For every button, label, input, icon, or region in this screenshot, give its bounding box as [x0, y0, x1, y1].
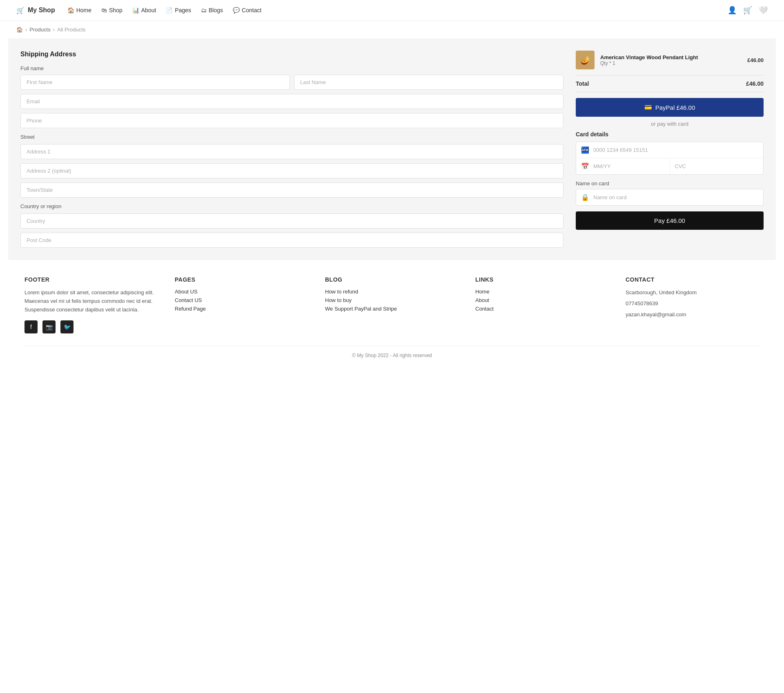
- footer-grid: Footer Lorem ipsum dolor sit amet, conse…: [24, 276, 760, 346]
- order-item-price: £46.00: [747, 57, 764, 63]
- cart-logo-icon: 🛒: [16, 7, 24, 14]
- paypal-icon: 💳: [644, 104, 652, 111]
- breadcrumb-all-products: All Products: [57, 27, 85, 33]
- card-number-input[interactable]: [593, 147, 758, 153]
- footer-how-to-refund[interactable]: How to refund: [325, 289, 459, 295]
- country-wrap: [20, 213, 564, 229]
- footer-contact-us[interactable]: Contact US: [175, 297, 309, 303]
- address2-wrap: [20, 163, 564, 178]
- first-name-input[interactable]: [20, 75, 290, 90]
- footer-link-home[interactable]: Home: [475, 289, 609, 295]
- footer-link-about[interactable]: About: [475, 297, 609, 303]
- footer-brand-col: Footer Lorem ipsum dolor sit amet, conse…: [24, 276, 158, 333]
- paypal-button[interactable]: 💳 PayPal £46.00: [576, 98, 764, 117]
- nav-about[interactable]: 📊 About: [132, 7, 156, 13]
- nav-action-icons: 👤 🛒 🤍: [728, 6, 768, 15]
- footer-contact-phone: 07745078639: [626, 300, 760, 308]
- blogs-icon: 🗂: [201, 7, 207, 13]
- address2-input[interactable]: [20, 163, 564, 178]
- footer-blog-title: BLOG: [325, 276, 459, 283]
- card-expiry-cvc-row: 📅: [576, 158, 763, 174]
- card-number-row: 🏧: [576, 142, 763, 158]
- address1-input[interactable]: [20, 144, 564, 159]
- name-row: [20, 75, 564, 90]
- full-name-label: Full name: [20, 65, 564, 71]
- nav-blogs[interactable]: 🗂 Blogs: [201, 7, 223, 13]
- wishlist-icon-button[interactable]: 🤍: [759, 6, 768, 15]
- name-on-card-input[interactable]: [593, 194, 758, 200]
- footer-paypal-stripe[interactable]: We Support PayPal and Stripe: [325, 306, 459, 312]
- phone-wrap: [20, 113, 564, 128]
- card-details-label: Card details: [576, 131, 764, 138]
- nav-shop[interactable]: 🛍 Shop: [101, 7, 122, 13]
- footer-how-to-buy[interactable]: How to buy: [325, 297, 459, 303]
- town-wrap: [20, 182, 564, 198]
- address1-wrap: [20, 144, 564, 159]
- social-icons: f 📷 🐦: [24, 320, 158, 333]
- footer-contact-address: Scarborough, United Kingdom: [626, 289, 760, 297]
- card-input-wrap: 🏧 📅: [576, 142, 764, 175]
- paypal-btn-label: PayPal £46.00: [655, 104, 695, 111]
- name-on-card-label: Name on card: [576, 180, 764, 187]
- footer-links-title: LINKS: [475, 276, 609, 283]
- footer: Footer Lorem ipsum dolor sit amet, conse…: [8, 260, 776, 366]
- footer-blog-col: BLOG How to refund How to buy We Support…: [325, 276, 459, 333]
- pay-button[interactable]: Pay £46.00: [576, 211, 764, 230]
- name-on-card-wrap: 🔒: [576, 189, 764, 206]
- last-name-input[interactable]: [294, 75, 564, 90]
- site-logo[interactable]: 🛒 My Shop: [16, 7, 55, 14]
- lock-icon: 🔒: [581, 193, 589, 201]
- nav-pages[interactable]: 📄 Pages: [166, 7, 191, 13]
- nav-links: 🏠 Home 🛍 Shop 📊 About 📄 Pages 🗂 Blogs 💬 …: [67, 7, 728, 13]
- expiry-input[interactable]: [593, 163, 665, 169]
- street-label: Street: [20, 134, 564, 140]
- site-name: My Shop: [28, 7, 55, 14]
- contact-icon: 💬: [233, 7, 240, 13]
- main-container: Shipping Address Full name Street Countr…: [8, 38, 776, 260]
- name-on-card-row: 🔒: [576, 189, 763, 205]
- breadcrumb-home-icon[interactable]: 🏠: [16, 27, 23, 33]
- pages-icon: 📄: [166, 7, 173, 13]
- footer-refund-page[interactable]: Refund Page: [175, 306, 309, 312]
- email-input[interactable]: [20, 94, 564, 109]
- footer-link-contact[interactable]: Contact: [475, 306, 609, 312]
- pay-btn-label: Pay £46.00: [654, 217, 685, 224]
- user-icon-button[interactable]: 👤: [728, 6, 737, 15]
- footer-description: Lorem ipsum dolor sit amet, consectetur …: [24, 289, 158, 314]
- order-item-qty: Qty * 1: [600, 60, 742, 66]
- footer-contact-col: CONTACT Scarborough, United Kingdom 0774…: [626, 276, 760, 333]
- footer-brand-title: Footer: [24, 276, 158, 283]
- shop-icon: 🛍: [101, 7, 107, 13]
- product-thumbnail: 🪔: [576, 51, 595, 69]
- footer-links-col: LINKS Home About Contact: [475, 276, 609, 333]
- order-total-row: Total £46.00: [576, 75, 764, 92]
- breadcrumb: 🏠 › Products › All Products: [0, 21, 784, 38]
- phone-input[interactable]: [20, 113, 564, 128]
- shipping-section: Shipping Address Full name Street Countr…: [20, 51, 564, 248]
- cart-icon-button[interactable]: 🛒: [743, 6, 752, 15]
- about-icon: 📊: [132, 7, 139, 13]
- country-input[interactable]: [20, 213, 564, 229]
- footer-pages-col: PAGES About US Contact US Refund Page: [175, 276, 309, 333]
- cvc-input[interactable]: [675, 163, 759, 169]
- expiry-row: 📅: [576, 158, 670, 174]
- facebook-icon[interactable]: f: [24, 320, 38, 333]
- email-wrap: [20, 94, 564, 109]
- nav-home[interactable]: 🏠 Home: [67, 7, 91, 13]
- nav-contact[interactable]: 💬 Contact: [233, 7, 261, 13]
- or-divider: or pay with card: [576, 121, 764, 127]
- town-input[interactable]: [20, 182, 564, 198]
- postcode-wrap: [20, 233, 564, 248]
- order-item-name: American Vintage Wood Pendant Light: [600, 54, 742, 60]
- total-label: Total: [576, 80, 589, 87]
- breadcrumb-products[interactable]: Products: [29, 27, 50, 33]
- footer-about-us[interactable]: About US: [175, 289, 309, 295]
- instagram-icon[interactable]: 📷: [42, 320, 56, 333]
- postcode-input[interactable]: [20, 233, 564, 248]
- footer-contact-title: CONTACT: [626, 276, 760, 283]
- twitter-icon[interactable]: 🐦: [60, 320, 74, 333]
- cvc-row: [670, 158, 764, 174]
- shipping-title: Shipping Address: [20, 51, 564, 58]
- breadcrumb-separator-2: ›: [53, 27, 55, 33]
- footer-contact-email: yazan.khayal@gmail.com: [626, 311, 760, 319]
